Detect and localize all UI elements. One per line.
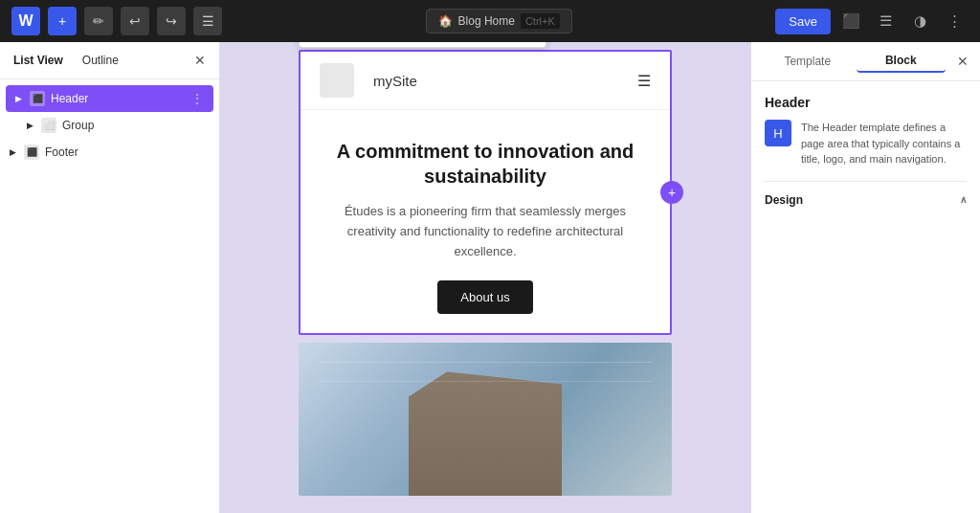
redo-icon: ↪ <box>166 13 177 29</box>
devices-button[interactable]: ☰ <box>871 7 900 35</box>
left-panel: List View Outline ✕ ▶ ⬛ Header ⋮ ▶ ⬜ Gro… <box>0 42 220 513</box>
preview-button[interactable]: ⬛ <box>836 7 865 35</box>
chevron-icon-group: ▶ <box>27 121 33 130</box>
canvas-area: ⬛ Header ⠿ ∨ ≡ Edit ⋮ mySite <box>220 42 750 513</box>
building-shape <box>390 371 581 496</box>
header-block-icon: ⬛ <box>30 91 45 106</box>
sidebar-item-group[interactable]: ▶ ⬜ Group <box>0 112 219 139</box>
right-panel: Template Block ✕ Header H The Header tem… <box>750 42 980 513</box>
tab-block[interactable]: Block <box>857 50 947 73</box>
header-icon-letter: H <box>773 126 782 141</box>
more-icon: ⋮ <box>947 12 962 30</box>
footer-item-label: Footer <box>45 145 78 159</box>
tab-outline[interactable]: Outline <box>82 52 119 69</box>
about-us-button[interactable]: About us <box>437 280 532 314</box>
block-info-icon: H <box>765 120 791 146</box>
devices-icon: ☰ <box>880 12 892 30</box>
editor-canvas: mySite ☰ A commitment to innovation and … <box>299 50 672 335</box>
top-bar: W + ✏ ↩ ↪ ☰ 🏠 Blog Home Ctrl+K Save ⬛ ☰ … <box>0 0 980 42</box>
block-toolbar: ⬛ Header ⠿ ∨ ≡ Edit ⋮ <box>299 42 546 48</box>
top-bar-right: Save ⬛ ☰ ◑ ⋮ <box>775 7 969 35</box>
top-bar-center: 🏠 Blog Home Ctrl+K <box>230 9 768 33</box>
design-label: Design <box>765 193 803 207</box>
site-name: mySite <box>373 73 417 89</box>
chevron-icon-footer: ▶ <box>10 147 16 157</box>
tab-template[interactable]: Template <box>763 51 853 72</box>
contrast-icon: ◑ <box>914 12 926 30</box>
blog-home-label: Blog Home <box>458 14 515 28</box>
wp-logo-icon[interactable]: W <box>11 7 40 35</box>
toolbar-chevron-down[interactable]: ∨ <box>405 42 430 44</box>
undo-button[interactable]: ↩ <box>121 7 149 35</box>
tab-list-view[interactable]: List View <box>13 52 63 69</box>
right-panel-body: Header H The Header template defines a p… <box>751 81 980 220</box>
site-branding: mySite <box>320 63 417 98</box>
add-block-button[interactable]: + <box>48 7 77 35</box>
save-button[interactable]: Save <box>775 9 831 34</box>
group-item-label: Group <box>62 119 94 132</box>
toolbar-drag-icon[interactable]: ⠿ <box>376 42 401 44</box>
header-more-icon[interactable]: ⋮ <box>190 91 204 106</box>
chevron-icon: ▶ <box>15 94 22 103</box>
content-title: A commitment to innovation and sustainab… <box>320 139 651 189</box>
block-info-row: H The Header template defines a page are… <box>765 120 967 167</box>
hamburger-icon[interactable]: ☰ <box>637 72 651 90</box>
canvas-header: mySite ☰ <box>301 52 670 110</box>
sidebar-item-footer[interactable]: ▶ ⬛ Footer <box>0 139 219 166</box>
panel-header: List View Outline ✕ <box>0 42 219 79</box>
main-layout: List View Outline ✕ ▶ ⬛ Header ⋮ ▶ ⬜ Gro… <box>0 42 980 513</box>
redo-button[interactable]: ↪ <box>157 7 186 35</box>
panel-close-button[interactable]: ✕ <box>194 53 206 68</box>
pencil-icon: ✏ <box>93 13 104 29</box>
building-image <box>299 343 672 496</box>
menu-button[interactable]: ☰ <box>193 7 222 35</box>
toolbar-more-button[interactable]: ⋮ <box>515 42 540 44</box>
right-panel-close-button[interactable]: ✕ <box>957 54 969 69</box>
site-logo <box>320 63 354 98</box>
header-item-label: Header <box>51 92 88 105</box>
pencil-button[interactable]: ✏ <box>84 7 113 35</box>
toolbar-align-icon[interactable]: ≡ <box>442 42 467 44</box>
design-chevron-icon: ∧ <box>960 194 967 205</box>
sky-line-2 <box>318 381 653 382</box>
cmd-k-shortcut: Ctrl+K <box>521 13 560 29</box>
right-panel-header: Template Block ✕ <box>751 42 980 81</box>
footer-block-icon: ⬛ <box>24 145 39 160</box>
canvas-content: A commitment to innovation and sustainab… <box>301 110 670 333</box>
sky-line-1 <box>318 362 653 363</box>
sidebar-item-header[interactable]: ▶ ⬛ Header ⋮ <box>6 85 213 112</box>
design-section: Design ∧ <box>765 181 967 207</box>
menu-icon: ☰ <box>202 13 214 29</box>
group-block-icon: ⬜ <box>41 118 56 133</box>
design-section-header[interactable]: Design ∧ <box>765 193 967 207</box>
add-block-side-button[interactable]: + <box>660 181 683 204</box>
block-info-description: The Header template defines a page area … <box>801 120 967 167</box>
tree-items: ▶ ⬛ Header ⋮ ▶ ⬜ Group ▶ ⬛ Footer <box>0 79 219 171</box>
blog-home-icon: 🏠 <box>438 14 453 28</box>
more-options-button[interactable]: ⋮ <box>940 7 969 35</box>
content-description: Études is a pioneering firm that seamles… <box>342 202 629 261</box>
block-info-title: Header <box>765 95 967 110</box>
blog-home-pill[interactable]: 🏠 Blog Home Ctrl+K <box>426 9 572 33</box>
preview-icon: ⬛ <box>842 12 860 30</box>
editor-canvas-wrapper: ⬛ Header ⠿ ∨ ≡ Edit ⋮ mySite <box>299 50 672 335</box>
contrast-button[interactable]: ◑ <box>905 7 934 35</box>
undo-icon: ↩ <box>129 13 141 29</box>
